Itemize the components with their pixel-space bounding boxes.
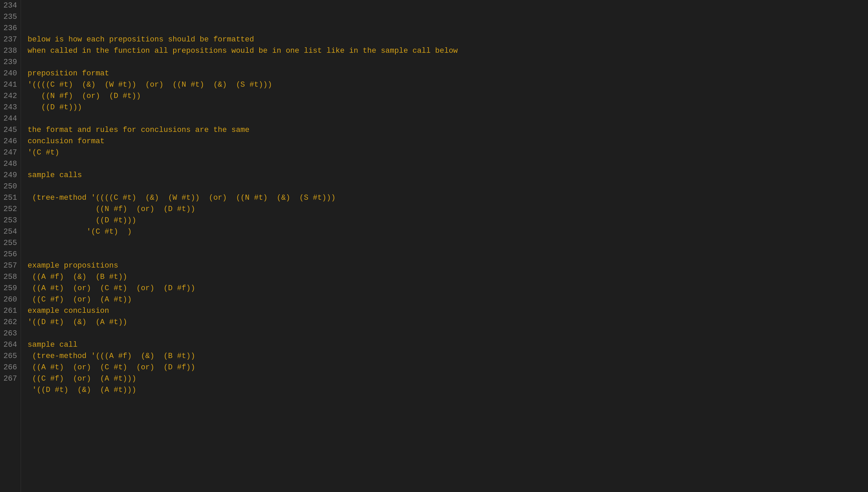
line-number: 260 — [3, 294, 17, 305]
line-number: 257 — [3, 260, 17, 271]
code-line: conclusion format — [28, 136, 868, 147]
code-line: ((N #f) (or) (D #t)) — [28, 204, 868, 215]
line-numbers: 2342352362372382392402412422432442452462… — [0, 0, 21, 492]
line-number: 265 — [3, 350, 17, 362]
code-line — [28, 396, 868, 407]
code-line — [28, 181, 868, 192]
code-line: (tree-method '((((C #t) (&) (W #t)) (or)… — [28, 192, 868, 204]
line-number: 236 — [3, 23, 17, 34]
editor-container: 2342352362372382392402412422432442452462… — [0, 0, 868, 492]
line-number: 243 — [3, 102, 17, 113]
line-number: 246 — [3, 136, 17, 147]
code-line: '((D #t) (&) (A #t)) — [28, 317, 868, 328]
code-line: '((((C #t) (&) (W #t)) (or) ((N #t) (&) … — [28, 79, 868, 90]
code-line: '((D #t) (&) (A #t))) — [28, 384, 868, 396]
line-number: 255 — [3, 237, 17, 249]
code-line: example conclusion — [28, 305, 868, 317]
code-line: ((A #t) (or) (C #t) (or) (D #f)) — [28, 362, 868, 373]
line-number: 244 — [3, 113, 17, 124]
code-line — [28, 237, 868, 249]
line-number: 239 — [3, 57, 17, 68]
code-line — [28, 23, 868, 34]
line-number: 251 — [3, 192, 17, 204]
line-number: 247 — [3, 147, 17, 158]
line-number: 264 — [3, 339, 17, 350]
code-line: ((C #f) (or) (A #t))) — [28, 373, 868, 384]
code-line — [28, 328, 868, 339]
line-number: 266 — [3, 362, 17, 373]
code-content[interactable]: below is how each prepositions should be… — [21, 0, 868, 492]
line-number: 250 — [3, 181, 17, 192]
code-line — [28, 113, 868, 124]
code-line: ((A #f) (&) (B #t)) — [28, 271, 868, 283]
code-line: sample calls — [28, 170, 868, 181]
line-number: 253 — [3, 215, 17, 226]
code-line — [28, 249, 868, 260]
line-number: 256 — [3, 249, 17, 260]
code-line — [28, 158, 868, 170]
line-number: 235 — [3, 11, 17, 23]
line-number: 267 — [3, 373, 17, 384]
line-number: 262 — [3, 317, 17, 328]
code-line: (tree-method '(((A #f) (&) (B #t)) — [28, 350, 868, 362]
code-line: '(C #t) — [28, 147, 868, 158]
code-line: ((N #f) (or) (D #t)) — [28, 90, 868, 102]
line-number: 238 — [3, 45, 17, 57]
line-number: 263 — [3, 328, 17, 339]
code-line: the format and rules for conclusions are… — [28, 124, 868, 136]
line-number: 237 — [3, 34, 17, 45]
line-number: 252 — [3, 204, 17, 215]
code-line: sample call — [28, 339, 868, 350]
line-number: 234 — [3, 0, 17, 11]
line-number: 258 — [3, 271, 17, 283]
line-number: 249 — [3, 170, 17, 181]
line-number: 254 — [3, 226, 17, 237]
line-number: 248 — [3, 158, 17, 170]
code-line: '(C #t) ) — [28, 226, 868, 237]
line-number: 245 — [3, 124, 17, 136]
code-line: below is how each prepositions should be… — [28, 34, 868, 45]
code-line — [28, 57, 868, 68]
line-number: 241 — [3, 79, 17, 90]
code-line: example propositions — [28, 260, 868, 271]
code-line: ((A #t) (or) (C #t) (or) (D #f)) — [28, 283, 868, 294]
line-number: 261 — [3, 305, 17, 317]
code-line: ((D #t))) — [28, 215, 868, 226]
code-line: ((C #f) (or) (A #t)) — [28, 294, 868, 305]
code-line: when called in the function all preposit… — [28, 45, 868, 57]
code-line: ((D #t))) — [28, 102, 868, 113]
line-number: 240 — [3, 68, 17, 79]
line-number: 242 — [3, 90, 17, 102]
code-line: preposition format — [28, 68, 868, 79]
line-number: 259 — [3, 283, 17, 294]
